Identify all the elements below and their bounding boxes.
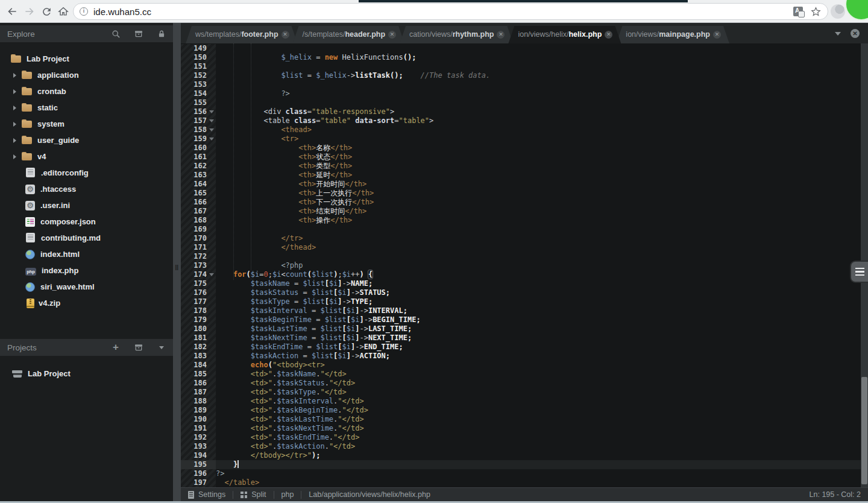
line-number-181[interactable]: 181 [181, 334, 216, 343]
tab-close-icon[interactable]: ✕ [281, 31, 289, 39]
line-number-179[interactable]: 179 [181, 315, 216, 324]
line-number-171[interactable]: 171 [181, 243, 216, 252]
fold-arrow-icon[interactable] [209, 273, 214, 276]
back-icon[interactable] [5, 4, 19, 19]
tree-item-composer-json[interactable]: composer.json [0, 214, 173, 230]
hamburger-menu-icon[interactable] [851, 262, 868, 282]
tree-item-static[interactable]: static [0, 100, 173, 116]
code-line-162[interactable]: <th>类型</th> [216, 162, 861, 171]
line-number-177[interactable]: 177 [181, 297, 216, 306]
code-line-183[interactable]: $taskAction = $list[$i]->ACTION; [216, 352, 861, 361]
tree-item-index-php[interactable]: index.php [0, 262, 173, 279]
line-number-155[interactable]: 155 [181, 98, 216, 107]
code-line-169[interactable] [216, 225, 861, 234]
line-number-191[interactable]: 191 [181, 424, 216, 433]
line-number-184[interactable]: 184 [181, 361, 216, 370]
code-line-189[interactable]: <td>".$taskBeginTime."</td> [216, 406, 861, 415]
close-pane-icon[interactable]: ✕ [851, 29, 860, 38]
tree-item-siri-wave-html[interactable]: siri_wave.html [0, 279, 173, 295]
chevron-down-icon[interactable] [156, 342, 167, 353]
line-number-185[interactable]: 185 [181, 370, 216, 379]
line-number-173[interactable]: 173 [181, 261, 216, 270]
code-line-149[interactable] [216, 44, 861, 53]
reload-icon[interactable] [39, 4, 54, 19]
code-line-184[interactable]: echo("<tbody><tr> [216, 361, 861, 370]
tree-item-v4[interactable]: v4 [0, 148, 173, 165]
code-line-172[interactable] [216, 252, 861, 261]
tab-close-icon[interactable]: ✕ [388, 31, 396, 39]
code-line-177[interactable]: $taskType = $list[$i]->TYPE; [216, 297, 861, 306]
tree-item-system[interactable]: system [0, 116, 173, 132]
tree-item-user-guide[interactable]: user_guide [0, 132, 173, 148]
forward-icon[interactable] [22, 4, 37, 19]
line-number-192[interactable]: 192 [181, 433, 216, 442]
line-number-175[interactable]: 175 [181, 279, 216, 288]
code-line-166[interactable]: <th>下一次执行</th> [216, 198, 861, 207]
code-line-159[interactable]: <tr> [216, 134, 861, 144]
expand-chevron-icon[interactable] [13, 73, 16, 78]
code-line-163[interactable]: <th>延时</th> [216, 171, 861, 180]
expand-chevron-icon[interactable] [13, 89, 16, 94]
tab-close-icon[interactable]: ✕ [713, 31, 721, 39]
code-line-174[interactable]: for($i=0;$i<count($list);$i++) { [216, 270, 861, 279]
expand-chevron-icon[interactable] [13, 138, 16, 143]
line-number-151[interactable]: 151 [181, 62, 216, 71]
line-number-161[interactable]: 161 [181, 153, 216, 162]
line-number-193[interactable]: 193 [181, 442, 216, 451]
tree-item-lab-project[interactable]: Lab Project [0, 51, 173, 67]
code-line-181[interactable]: $taskNextTime = $list[$i]->NEXT_TIME; [216, 334, 861, 343]
line-number-152[interactable]: 152 [181, 71, 216, 80]
code-line-157[interactable]: <table class="table" data-sort="table"> [216, 116, 861, 125]
tree-item-index-html[interactable]: index.html [0, 246, 173, 262]
code-line-187[interactable]: <td>".$taskType."</td> [216, 388, 861, 397]
line-number-196[interactable]: 196 [181, 469, 216, 478]
line-number-187[interactable]: 187 [181, 388, 216, 397]
line-number-150[interactable]: 150 [181, 53, 216, 62]
profile-avatar[interactable] [831, 4, 845, 19]
line-number-169[interactable]: 169 [181, 225, 216, 234]
line-number-162[interactable]: 162 [181, 162, 216, 171]
code-line-158[interactable]: <thead> [216, 125, 861, 134]
line-number-156[interactable]: 156 [181, 107, 216, 116]
translate-icon[interactable] [793, 7, 803, 16]
code-line-165[interactable]: <th>上一次执行</th> [216, 189, 861, 198]
code-line-160[interactable]: <th>名称</th> [216, 144, 861, 153]
settings-button[interactable]: Settings [188, 490, 225, 499]
line-number-189[interactable]: 189 [181, 406, 216, 415]
line-number-165[interactable]: 165 [181, 189, 216, 198]
tree-item--htaccess[interactable]: .htaccess [0, 181, 173, 197]
address-bar[interactable]: i ide.wuhan5.cc [73, 3, 828, 20]
tree-item-v4-zip[interactable]: v4.zip [0, 295, 173, 311]
archive-icon[interactable] [133, 342, 144, 353]
fold-arrow-icon[interactable] [209, 110, 214, 113]
expand-chevron-icon[interactable] [13, 106, 16, 110]
tab-list-chevron-icon[interactable] [835, 32, 841, 36]
line-number-180[interactable]: 180 [181, 324, 216, 334]
tab-rhythm.php[interactable]: cation/views/rhythm.php✕ [400, 26, 513, 43]
code-line-156[interactable]: <div class="table-responsive"> [216, 107, 861, 116]
code-line-179[interactable]: $taskBeginTime = $list[$i]->BEGIN_TIME; [216, 315, 861, 324]
tab-header.php[interactable]: /s/templates/header.php✕ [293, 26, 405, 43]
line-number-183[interactable]: 183 [181, 352, 216, 361]
bookmark-star-icon[interactable] [810, 6, 822, 17]
project-item-lab-project[interactable]: Lab Project [0, 365, 173, 382]
code-editor[interactable]: 1491501511521531541551561571581591601611… [181, 43, 868, 487]
add-project-icon[interactable]: + [110, 342, 121, 353]
sidebar-splitter[interactable]: ‖ [173, 23, 181, 503]
line-number-190[interactable]: 190 [181, 415, 216, 424]
fold-arrow-icon[interactable] [209, 128, 214, 131]
code-line-170[interactable]: </tr> [216, 234, 861, 243]
tab-mainpage.php[interactable]: ion/views/mainpage.php✕ [616, 26, 729, 43]
syntax-mode-button[interactable]: php [281, 490, 294, 499]
line-number-182[interactable]: 182 [181, 343, 216, 352]
line-number-159[interactable]: 159 [181, 134, 216, 144]
tab-close-icon[interactable]: ✕ [605, 31, 612, 39]
line-number-197[interactable]: 197 [181, 478, 216, 487]
line-number-149[interactable]: 149 [181, 44, 216, 53]
code-line-151[interactable] [216, 62, 861, 71]
line-number-186[interactable]: 186 [181, 379, 216, 388]
expand-chevron-icon[interactable] [13, 154, 16, 159]
code-line-195[interactable]: } [216, 460, 861, 469]
tree-item--editorconfig[interactable]: .editorconfig [0, 165, 173, 181]
home-icon[interactable] [56, 4, 71, 19]
